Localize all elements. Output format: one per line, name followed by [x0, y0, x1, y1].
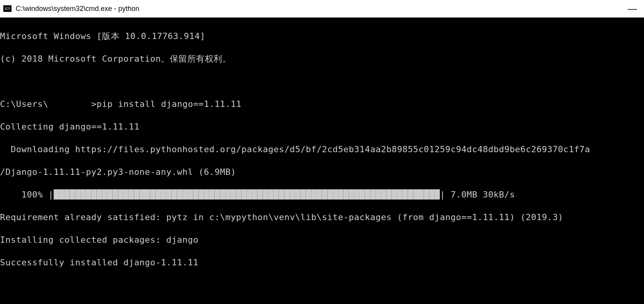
terminal-line: Microsoft Windows [版本 10.0.17763.914]: [0, 30, 644, 42]
terminal-line: Installing collected packages: django: [0, 234, 644, 245]
window-titlebar: C:\ C:\windows\system32\cmd.exe - python…: [0, 0, 644, 18]
terminal-line: 100% |██████████████████████████████████…: [0, 189, 644, 200]
terminal-line: [0, 279, 644, 291]
window-title: C:\windows\system32\cmd.exe - python: [16, 5, 628, 13]
redacted-username: [48, 100, 91, 109]
terminal-line: Collecting django==1.11.11: [0, 121, 644, 132]
terminal-line: C:\Users\>pip install django==1.11.11: [0, 98, 644, 110]
terminal-line: /Django-1.11.11-py2.py3-none-any.whl (6.…: [0, 166, 644, 178]
terminal-line: [0, 76, 644, 87]
window-controls: —: [628, 4, 641, 13]
terminal-line: Requirement already satisfied: pytz in c…: [0, 212, 644, 223]
terminal-line: Successfully installed django-1.11.11: [0, 257, 644, 268]
terminal-line: (c) 2018 Microsoft Corporation。保留所有权利。: [0, 53, 644, 64]
minimize-button[interactable]: —: [628, 4, 637, 13]
progress-prefix: 100% |: [0, 190, 53, 199]
terminal-line: Downloading https://files.pythonhosted.o…: [0, 144, 644, 155]
progress-bar: ████████████████████████████████████████…: [53, 190, 440, 199]
terminal-output[interactable]: Microsoft Windows [版本 10.0.17763.914] (c…: [0, 18, 644, 304]
progress-suffix: | 7.0MB 30kB/s: [440, 190, 515, 199]
terminal-line: C:\Users\>python: [0, 302, 644, 304]
prompt-prefix: C:\Users\: [0, 99, 48, 109]
prompt-command: >pip install django==1.11.11: [91, 99, 242, 109]
cmd-icon: C:\: [3, 5, 12, 12]
